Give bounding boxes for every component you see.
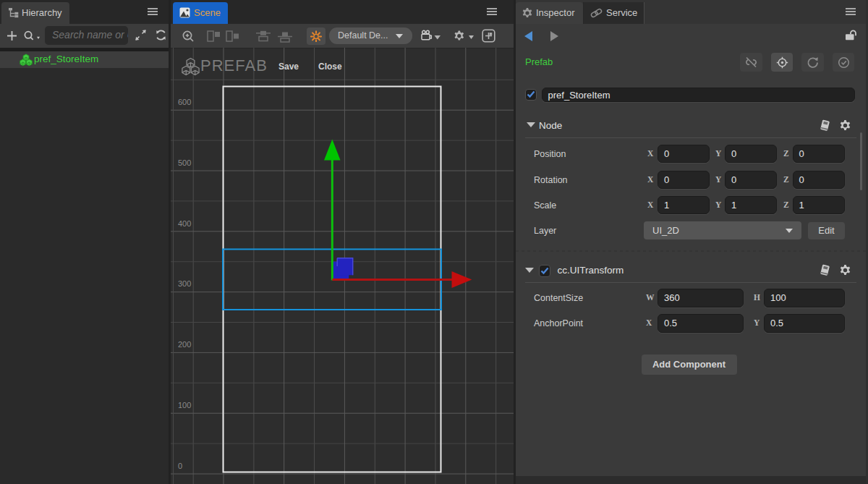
svg-text:400: 400 — [178, 219, 191, 228]
svg-text:200: 200 — [178, 340, 191, 349]
svg-text:PREFAB: PREFAB — [200, 56, 268, 75]
svg-text:Save: Save — [278, 61, 299, 72]
svg-text:300: 300 — [178, 279, 191, 288]
svg-text:600: 600 — [178, 98, 191, 106]
svg-text:100: 100 — [178, 401, 191, 409]
svg-text:0: 0 — [178, 462, 182, 470]
svg-text:500: 500 — [178, 158, 191, 167]
svg-text:Close: Close — [318, 61, 342, 72]
